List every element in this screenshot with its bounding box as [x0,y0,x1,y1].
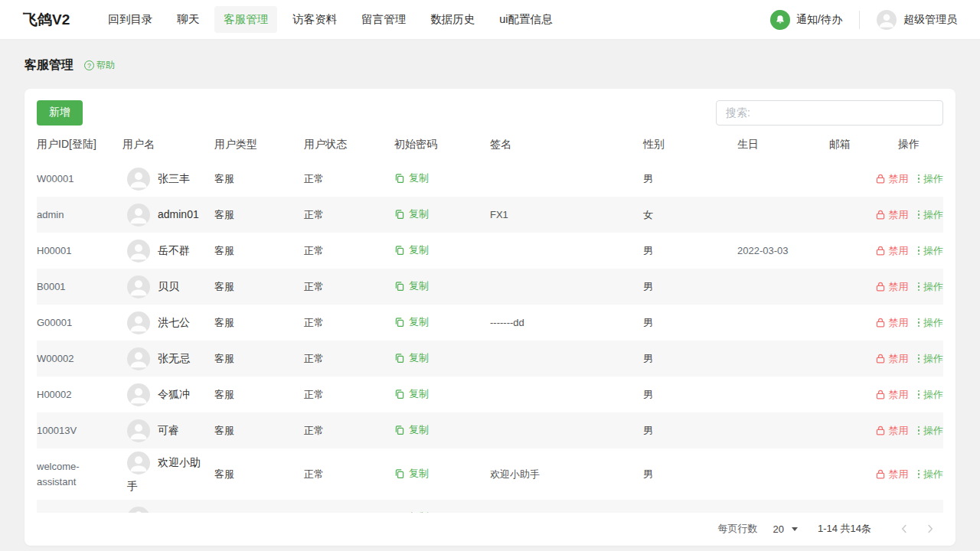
row-action-button[interactable]: 操作 [918,468,944,481]
table-row: admin admin01 客服 正常 复制 FX1 女 禁用 [37,197,943,233]
lock-icon [876,282,885,292]
cell-user-id: 100013V [37,423,122,439]
disable-button[interactable]: 禁用 [876,316,909,330]
copy-icon [394,173,405,184]
row-action-button[interactable]: 操作 [918,352,944,366]
cell-user-type: 客服 [214,244,304,258]
cell-user-id: W00002 [37,351,122,367]
disable-button[interactable]: 禁用 [876,280,909,294]
copy-password-button[interactable]: 复制 [394,279,429,293]
user-menu[interactable]: 超级管理员 [877,10,957,30]
col-header-gender: 性别 [643,138,737,152]
row-action-button[interactable]: 操作 [918,388,944,402]
copy-password-button[interactable]: 复制 [394,207,429,221]
cell-user-id: H00002 [37,387,122,403]
more-vertical-icon [918,426,920,435]
row-avatar [127,347,150,370]
bell-icon [770,10,790,30]
copy-password-button[interactable]: 复制 [394,467,429,481]
copy-icon [394,281,405,292]
disable-button[interactable]: 禁用 [876,172,909,186]
disable-button[interactable]: 禁用 [876,388,909,402]
nav-item-data-history[interactable]: 数据历史 [421,6,484,33]
copy-password-button[interactable]: 复制 [394,315,429,329]
copy-icon [394,209,405,220]
row-avatar [127,276,150,298]
col-header-signature: 签名 [490,138,643,152]
copy-password-button[interactable]: 复制 [394,351,429,365]
disable-button[interactable]: 禁用 [876,208,909,222]
nav-item-message-management[interactable]: 留言管理 [352,6,415,33]
page-header: 客服管理 ? 帮助 [24,57,956,73]
copy-password-button[interactable]: 复制 [394,387,429,401]
cell-user-type: 客服 [214,316,304,330]
disable-button[interactable]: 禁用 [876,468,909,481]
search-input[interactable] [716,100,943,126]
lock-icon [876,318,885,328]
row-action-button[interactable]: 操作 [918,424,944,438]
nav-item-agent-management[interactable]: 客服管理 [214,6,277,33]
brand-logo: 飞鸽V2 [23,10,70,30]
cell-initial-password: 复制 [394,387,490,402]
lock-icon [876,246,885,256]
cell-initial-password: 复制 [394,171,490,186]
cell-user-id: H00001 [37,243,122,259]
username-text: 令狐冲 [158,388,190,400]
cell-gender: 男 [643,424,737,438]
previous-page-button[interactable] [891,517,917,540]
col-header-user-id: 用户ID[登陆] [37,138,122,152]
nav-item-chat[interactable]: 聊天 [168,6,208,33]
cell-initial-password: 复制 [394,467,490,481]
cell-gender: 男 [643,352,737,366]
cell-user-id: G00001 [37,315,122,331]
copy-icon [394,353,405,364]
row-action-button[interactable]: 操作 [918,280,944,294]
chevron-left-icon [897,522,911,536]
help-link[interactable]: ? 帮助 [84,59,115,72]
col-header-actions: 操作 [874,138,943,152]
cell-initial-password: 复制 [394,315,490,330]
copy-password-button[interactable]: 复制 [394,243,429,257]
rows-per-page-select[interactable]: 20 [773,523,797,535]
cell-gender: 男 [643,244,737,258]
disable-button[interactable]: 禁用 [876,352,909,366]
cell-actions: 禁用 操作 [874,208,943,222]
row-action-button[interactable]: 操作 [918,172,944,186]
row-action-button[interactable]: 操作 [918,244,944,258]
row-avatar [127,452,150,474]
more-vertical-icon [918,282,920,292]
col-header-user-status: 用户状态 [304,138,394,152]
cell-initial-password: 复制 [394,279,490,294]
chevron-right-icon [923,522,937,536]
lock-icon [876,210,885,220]
nav-item-ui-config[interactable]: ui配置信息 [490,6,561,33]
user-name: 超级管理员 [903,13,957,27]
cell-user-status: 正常 [304,424,394,438]
more-vertical-icon [918,470,920,479]
row-action-button[interactable]: 操作 [918,208,944,222]
cell-username: 岳不群 [122,236,214,265]
disable-button[interactable]: 禁用 [876,424,909,438]
lock-icon [876,469,885,479]
page-content: 客服管理 ? 帮助 新增 用户ID[登陆] 用户名 用户类型 用户状态 初始密码… [0,57,980,546]
cell-username: admin01 [122,201,214,229]
row-avatar [127,419,150,442]
table-row: W00002 张无忌 客服 正常 复制 男 禁用 [37,341,943,377]
add-button[interactable]: 新增 [37,100,83,126]
username-text: 张三丰 [158,172,190,184]
more-vertical-icon [918,354,920,364]
cell-initial-password: 复制 [394,243,490,258]
card-toolbar: 新增 [37,99,943,126]
disable-button[interactable]: 禁用 [876,244,909,258]
notifications-label: 通知/待办 [796,13,842,27]
cell-user-type: 客服 [214,468,304,481]
nav-item-visitor-profile[interactable]: 访客资料 [283,6,346,33]
copy-password-button[interactable]: 复制 [394,423,429,437]
row-action-button[interactable]: 操作 [918,316,944,330]
nav-item-back-to-directory[interactable]: 回到目录 [99,6,162,33]
copy-password-button[interactable]: 复制 [394,171,429,185]
notifications-button[interactable]: 通知/待办 [770,10,842,30]
main-nav: 回到目录 聊天 客服管理 访客资料 留言管理 数据历史 ui配置信息 [99,6,770,33]
next-page-button[interactable] [917,517,943,540]
agents-card: 新增 用户ID[登陆] 用户名 用户类型 用户状态 初始密码 签名 性别 生日 … [24,89,956,546]
